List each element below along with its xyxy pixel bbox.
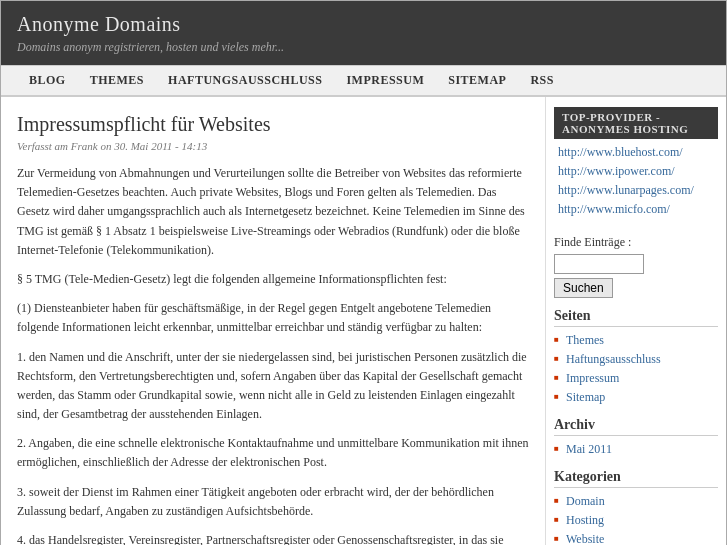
article-para-6: 4. das Handelsregister, Vereinsregister,… [17, 531, 529, 545]
top-link-0[interactable]: http://www.bluehost.com/ [554, 143, 718, 162]
site-title: Anonyme Domains [17, 13, 710, 36]
seiten-title: Seiten [554, 308, 718, 327]
top-provider-box: TOP-PROVIDER - ANONYMES HOSTING http://w… [554, 107, 718, 219]
site-tagline: Domains anonym registrieren, hosten und … [17, 40, 710, 55]
top-link-2[interactable]: http://www.lunarpages.com/ [554, 181, 718, 200]
seiten-haftungsausschluss[interactable]: Haftungsausschluss [554, 350, 718, 369]
seiten-sitemap[interactable]: Sitemap [554, 388, 718, 407]
archiv-mai2011[interactable]: Mai 2011 [554, 440, 718, 459]
nav-blog[interactable]: Blog [17, 66, 78, 95]
article-para-5: 3. soweit der Dienst im Rahmen einer Tät… [17, 483, 529, 521]
seiten-themes[interactable]: Themes [554, 331, 718, 350]
nav-rss[interactable]: RSS [518, 66, 566, 95]
article-content: Impressumspflicht für Websites Verfasst … [1, 97, 546, 545]
right-sidebar: TOP-PROVIDER - ANONYMES HOSTING http://w… [546, 97, 726, 545]
top-provider-title: TOP-PROVIDER - ANONYMES HOSTING [554, 107, 718, 139]
main-nav: Blog Themes Haftungsausschluss Impressum… [1, 65, 726, 97]
kategorie-domain[interactable]: Domain [554, 492, 718, 511]
kategorie-website[interactable]: Website [554, 530, 718, 545]
main-layout: Impressumspflicht für Websites Verfasst … [1, 97, 726, 545]
search-input[interactable] [554, 254, 644, 274]
article-para-1: § 5 TMG (Tele-Medien-Gesetz) legt die fo… [17, 270, 529, 289]
search-label: Finde Einträge : [554, 235, 631, 250]
search-row: Finde Einträge : [554, 235, 718, 274]
article-meta: Verfasst am Frank on 30. Mai 2011 - 14:1… [17, 140, 529, 152]
seiten-impressum[interactable]: Impressum [554, 369, 718, 388]
archiv-title: Archiv [554, 417, 718, 436]
article-para-0: Zur Vermeidung von Abmahnungen und Verur… [17, 164, 529, 260]
kategorien-title: Kategorien [554, 469, 718, 488]
nav-sitemap[interactable]: Sitemap [436, 66, 518, 95]
nav-themes[interactable]: Themes [78, 66, 156, 95]
nav-haftungsausschluss[interactable]: Haftungsausschluss [156, 66, 334, 95]
article-body: Zur Vermeidung von Abmahnungen und Verur… [17, 164, 529, 545]
top-link-3[interactable]: http://www.micfo.com/ [554, 200, 718, 219]
nav-impressum[interactable]: Impressum [334, 66, 436, 95]
site-header: Anonyme Domains Domains anonym registrie… [1, 1, 726, 65]
kategorie-hosting[interactable]: Hosting [554, 511, 718, 530]
search-button[interactable]: Suchen [554, 278, 613, 298]
article-para-2: (1) Diensteanbieter haben für geschäftsm… [17, 299, 529, 337]
top-link-1[interactable]: http://www.ipower.com/ [554, 162, 718, 181]
article-title: Impressumspflicht für Websites [17, 113, 529, 136]
article-para-4: 2. Angaben, die eine schnelle elektronis… [17, 434, 529, 472]
article-para-3: 1. den Namen und die Anschrift, unter de… [17, 348, 529, 425]
